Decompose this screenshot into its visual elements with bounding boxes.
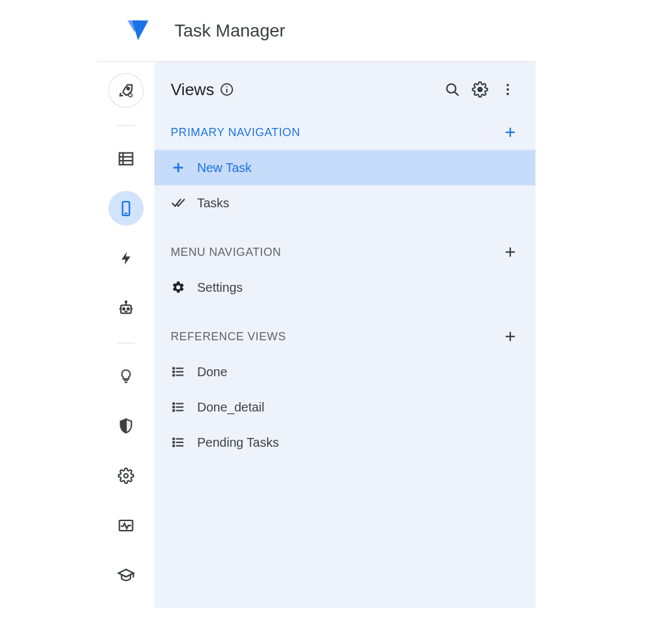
gear-icon (118, 468, 134, 484)
nav-item-label: Pending Tasks (197, 435, 279, 450)
lightning-icon (118, 251, 134, 266)
rail-security-button[interactable] (108, 409, 144, 444)
robot-icon (117, 299, 135, 317)
svg-point-46 (173, 406, 174, 408)
info-icon[interactable] (219, 82, 234, 97)
search-icon (444, 81, 460, 98)
svg-point-11 (123, 308, 125, 310)
rail-actions-button[interactable] (108, 241, 144, 275)
plus-icon (503, 245, 517, 259)
more-vert-icon (500, 82, 515, 97)
nav-item-new-task[interactable]: New Task (154, 150, 535, 185)
shield-icon (118, 418, 134, 434)
svg-point-12 (127, 308, 129, 310)
nav-item-tasks[interactable]: Tasks (154, 185, 535, 221)
rail-rocket-button[interactable] (108, 73, 144, 108)
svg-point-24 (447, 84, 455, 93)
add-reference-button[interactable] (499, 325, 522, 348)
graduation-cap-icon (117, 566, 135, 584)
activity-icon (117, 517, 135, 534)
nav-item-label: Done (197, 365, 227, 379)
nav-item-label: Done_detail (197, 400, 265, 415)
gear-icon (171, 280, 186, 295)
app-logo (123, 16, 153, 46)
svg-point-23 (226, 86, 227, 88)
nav-item-label: Settings (197, 280, 243, 295)
svg-point-29 (506, 93, 509, 95)
svg-point-42 (173, 374, 174, 376)
topbar: Task Manager (98, 0, 535, 62)
plus-icon (503, 330, 517, 343)
rail-education-button[interactable] (108, 558, 144, 593)
svg-line-25 (455, 92, 459, 96)
gear-icon (472, 81, 488, 98)
section-header-reference: REFERENCE VIEWS (154, 314, 535, 354)
svg-point-0 (127, 87, 130, 89)
phone-icon (118, 200, 134, 217)
panel-header: Views (154, 62, 535, 110)
list-icon (171, 400, 186, 415)
panel-more-button[interactable] (494, 76, 522, 103)
add-primary-button[interactable] (499, 121, 522, 144)
rocket-icon (117, 82, 135, 100)
section-label-primary: PRIMARY NAVIGATION (171, 126, 300, 139)
svg-point-52 (173, 442, 174, 443)
icon-rail (98, 62, 154, 608)
svg-point-26 (478, 88, 483, 92)
table-icon (117, 150, 135, 168)
svg-point-18 (124, 474, 129, 478)
section-label-reference: REFERENCE VIEWS (171, 330, 286, 343)
rail-automation-button[interactable] (108, 290, 144, 325)
svg-rect-4 (120, 152, 133, 164)
svg-point-44 (173, 403, 174, 404)
nav-item-done[interactable]: Done (154, 354, 535, 389)
add-menu-button[interactable] (499, 241, 522, 263)
plus-icon (503, 125, 517, 139)
nav-item-done-detail[interactable]: Done_detail (154, 389, 535, 425)
rail-views-button[interactable] (108, 191, 144, 226)
double-check-icon (171, 195, 186, 210)
rail-data-button[interactable] (108, 141, 144, 176)
section-label-menu: MENU NAVIGATION (171, 246, 281, 259)
section-header-menu: MENU NAVIGATION (154, 229, 535, 270)
svg-point-38 (173, 367, 174, 369)
nav-item-label: Tasks (197, 196, 229, 210)
section-header-primary: PRIMARY NAVIGATION (154, 110, 535, 150)
views-panel: Views (154, 62, 535, 608)
svg-point-48 (173, 410, 174, 411)
panel-title: Views (171, 80, 214, 100)
app-title: Task Manager (174, 21, 285, 41)
rail-separator (117, 343, 135, 343)
svg-point-50 (173, 438, 174, 439)
search-button[interactable] (438, 76, 466, 103)
svg-point-15 (125, 301, 127, 302)
list-icon (171, 364, 186, 379)
svg-point-28 (506, 88, 509, 91)
rail-settings-button[interactable] (108, 459, 144, 493)
rail-monitor-button[interactable] (108, 509, 144, 543)
panel-settings-button[interactable] (466, 76, 494, 103)
list-icon (171, 435, 186, 450)
nav-item-label: New Task (197, 161, 251, 175)
rail-separator (117, 125, 135, 126)
nav-item-pending-tasks[interactable]: Pending Tasks (154, 425, 535, 460)
svg-point-40 (173, 371, 174, 372)
lightbulb-icon (118, 368, 134, 384)
rail-intelligence-button[interactable] (108, 359, 144, 393)
plus-icon (171, 160, 186, 175)
nav-item-settings[interactable]: Settings (154, 270, 535, 305)
svg-point-54 (173, 445, 174, 446)
svg-point-27 (506, 84, 509, 86)
